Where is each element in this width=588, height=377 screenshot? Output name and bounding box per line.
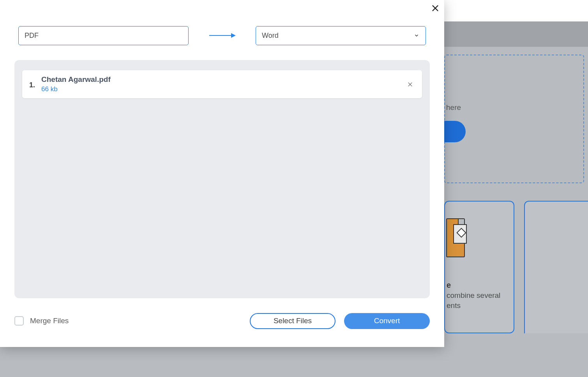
file-size: 66 kb [41,85,405,93]
convert-label: Convert [374,317,400,325]
close-icon [431,4,440,12]
close-icon [407,81,413,87]
modal-footer: Merge Files Select Files Convert [14,312,430,329]
file-item: 1. Chetan Agarwal.pdf 66 kb [22,70,422,98]
arrow-right-icon [208,32,236,39]
checkbox-box [14,316,24,326]
bg-feature-card-2 [524,201,588,333]
arrow-container [189,32,256,39]
file-details: Chetan Agarwal.pdf 66 kb [41,75,405,93]
chevron-down-icon [414,33,419,38]
close-button[interactable] [429,2,441,14]
source-format-field[interactable]: PDF [18,26,189,45]
select-files-button[interactable]: Select Files [250,313,335,329]
format-selector-row: PDF Word [18,26,426,45]
file-name: Chetan Agarwal.pdf [41,75,405,84]
target-format-label: Word [262,32,279,40]
bg-dropzone [444,55,584,183]
merge-files-label: Merge Files [30,317,69,325]
remove-file-button[interactable] [405,79,415,89]
merge-files-checkbox[interactable]: Merge Files [14,316,69,326]
file-index: 1. [29,81,35,89]
target-format-dropdown[interactable]: Word [256,26,426,45]
bg-card-title-partial: e [447,281,451,290]
file-list-area: 1. Chetan Agarwal.pdf 66 kb [14,60,430,298]
bg-card-desc-partial-1: combine several [447,291,500,300]
bg-dropzone-text: here [446,103,461,112]
select-files-label: Select Files [274,317,312,325]
bg-card-desc-partial-2: ents [447,301,461,310]
convert-button[interactable]: Convert [344,313,430,329]
source-format-label: PDF [25,32,39,40]
svg-marker-3 [231,33,236,38]
bg-upload-button-partial [444,121,466,142]
bg-merge-icon [446,218,466,259]
convert-modal: PDF Word 1. Chetan Agarwal.pdf 66 kb [0,0,444,347]
